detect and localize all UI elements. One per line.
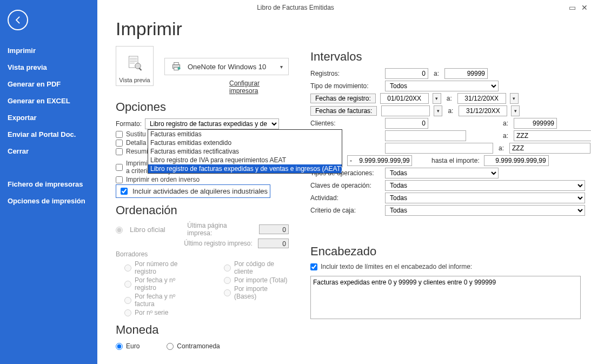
a-label-3: a: bbox=[447, 107, 454, 115]
a-label-4: a: bbox=[502, 120, 509, 127]
a-label-6: a: bbox=[497, 144, 505, 152]
radio-importe-bases[interactable] bbox=[224, 289, 231, 296]
claves-op-select[interactable]: Todas bbox=[385, 180, 585, 191]
sidebar-item-opciones-impresion[interactable]: Opciones de impresión bbox=[0, 193, 97, 209]
criterio-select[interactable]: Todas bbox=[385, 205, 585, 216]
encabezado-heading: Encabezado bbox=[310, 244, 591, 259]
arrow-left-icon bbox=[12, 15, 23, 25]
format-option-0[interactable]: Facturas emitidas bbox=[148, 130, 342, 138]
a-label-2: a: bbox=[446, 95, 453, 102]
registros-from[interactable] bbox=[385, 68, 428, 79]
radio-codigo-cliente-label: Por código de cliente bbox=[234, 260, 289, 275]
tipo-mov-select[interactable]: Todos bbox=[385, 81, 499, 91]
sidebar-item-generar-excel[interactable]: Generar en EXCEL bbox=[0, 92, 97, 109]
opciones-heading: Opciones bbox=[116, 100, 289, 114]
radio-num-serie-label: Por nº serie bbox=[135, 309, 168, 316]
nif-to[interactable] bbox=[514, 130, 591, 141]
fecha-fac-from[interactable] bbox=[381, 105, 430, 116]
printer-select[interactable]: OneNote for Windows 10 ▾ bbox=[164, 58, 289, 75]
fechas-registro-button[interactable]: Fechas de registro: bbox=[310, 94, 376, 103]
radio-contramoneda-label: Contramoneda bbox=[177, 342, 220, 350]
hasta-importe-label: hasta el importe: bbox=[431, 157, 480, 164]
chevron-down-icon: ▾ bbox=[280, 64, 283, 70]
format-option-1[interactable]: Facturas emitidas extendido bbox=[148, 138, 342, 147]
svg-rect-8 bbox=[174, 63, 178, 65]
fecha-reg-to[interactable] bbox=[457, 93, 506, 104]
format-option-3[interactable]: Libro registro de IVA para requerimiento… bbox=[148, 156, 342, 164]
tipos-op-select[interactable]: Todas bbox=[385, 168, 499, 178]
radio-importe-total-label: Por importe (Total) bbox=[234, 276, 288, 284]
ultimo-registro-label: Último registro impreso: bbox=[184, 240, 253, 247]
radio-num-serie[interactable] bbox=[124, 309, 131, 316]
radio-fecha-factura[interactable] bbox=[124, 297, 131, 304]
chk-incluir-encabezado-label: Incluir texto de límites en el encabezad… bbox=[321, 263, 472, 270]
encabezado-textarea[interactable]: Facturas expedidas entre 0 y 99999 y cli… bbox=[310, 276, 581, 319]
sidebar-item-vista-previa[interactable]: Vista previa bbox=[0, 59, 97, 76]
radio-importe-total[interactable] bbox=[224, 277, 231, 284]
radio-libro-oficial[interactable] bbox=[116, 227, 123, 234]
chk-resumir-label: Resumi bbox=[126, 148, 148, 155]
radio-num-registro[interactable] bbox=[124, 264, 131, 272]
configure-printer-link[interactable]: Configurar impresora bbox=[229, 80, 289, 95]
registros-to[interactable] bbox=[444, 68, 488, 79]
svg-rect-3 bbox=[130, 61, 137, 62]
ordenacion-heading: Ordenación bbox=[116, 203, 289, 217]
svg-rect-4 bbox=[130, 63, 135, 64]
sidebar-item-exportar[interactable]: Exportar bbox=[0, 109, 97, 126]
date2-from-picker[interactable]: ▾ bbox=[434, 105, 442, 116]
chk-alquileres[interactable] bbox=[121, 188, 128, 195]
radio-contramoneda[interactable] bbox=[167, 343, 174, 350]
a-label-5: a: bbox=[502, 132, 509, 140]
chk-incluir-encabezado[interactable] bbox=[310, 263, 317, 270]
registros-label: Registros: bbox=[310, 70, 381, 77]
nif2-from[interactable] bbox=[385, 143, 493, 154]
chk-resumir[interactable] bbox=[116, 148, 123, 155]
desde-importe[interactable] bbox=[347, 155, 412, 166]
sidebar-item-imprimir[interactable]: Imprimir bbox=[0, 42, 97, 59]
chk-alquileres-label: Incluir actividades de alquileres indust… bbox=[132, 187, 268, 195]
clientes-to[interactable] bbox=[514, 118, 557, 129]
date-to-picker[interactable]: ▾ bbox=[510, 93, 519, 104]
date2-to-picker[interactable]: ▾ bbox=[511, 105, 520, 116]
libro-oficial-label: Libro oficial bbox=[130, 226, 182, 234]
borradores-label: Borradores bbox=[116, 250, 289, 258]
intervalos-heading: Intervalos bbox=[310, 50, 591, 64]
sidebar-item-enviar-portal[interactable]: Enviar al Portal Doc. bbox=[0, 126, 97, 143]
svg-rect-2 bbox=[130, 59, 137, 61]
format-select[interactable]: Libro registro de facturas expedidas y d… bbox=[145, 118, 279, 129]
clientes-label: Clientes: bbox=[310, 120, 381, 127]
hasta-importe[interactable] bbox=[484, 155, 549, 166]
fecha-fac-to[interactable] bbox=[459, 105, 507, 116]
fecha-reg-from[interactable] bbox=[380, 93, 429, 104]
a-label-1: a: bbox=[433, 70, 440, 77]
radio-euro[interactable] bbox=[116, 343, 123, 350]
chk-detallar-label: Detalla bbox=[126, 139, 146, 147]
moneda-heading: Moneda bbox=[116, 323, 289, 337]
preview-icon bbox=[125, 54, 144, 75]
radio-num-registro-label: Por número de registro bbox=[135, 260, 195, 275]
sidebar-item-generar-pdf[interactable]: Generar en PDF bbox=[0, 76, 97, 92]
sidebar-item-fichero-impresoras[interactable]: Fichero de impresoras bbox=[0, 176, 97, 193]
nif-from[interactable] bbox=[385, 130, 466, 141]
format-dropdown-list[interactable]: Facturas emitidas Facturas emitidas exte… bbox=[148, 129, 342, 174]
actividad-label: Actividad: bbox=[310, 194, 381, 202]
nif2-to[interactable] bbox=[509, 143, 590, 154]
chk-sustituir[interactable] bbox=[116, 131, 123, 138]
radio-fecha-registro[interactable] bbox=[124, 281, 131, 288]
chk-detallar[interactable] bbox=[116, 140, 123, 147]
clientes-from[interactable] bbox=[385, 118, 428, 129]
fechas-facturas-button[interactable]: Fechas de facturas: bbox=[310, 106, 377, 116]
format-option-4[interactable]: Libro registro de facturas expedidas y d… bbox=[148, 164, 342, 173]
sidebar-item-cerrar[interactable]: Cerrar bbox=[0, 143, 97, 160]
printer-icon bbox=[170, 61, 182, 72]
date-from-picker[interactable]: ▾ bbox=[433, 93, 441, 104]
svg-point-10 bbox=[178, 67, 181, 70]
preview-button[interactable]: Vista previa bbox=[116, 46, 154, 86]
format-option-2[interactable]: Facturas emitidas rectificativas bbox=[148, 147, 342, 156]
radio-codigo-cliente[interactable] bbox=[224, 264, 231, 272]
chk-sustituir-label: Sustitu bbox=[126, 130, 146, 138]
chk-cobro[interactable] bbox=[116, 164, 123, 171]
chk-inverso[interactable] bbox=[116, 176, 123, 183]
actividad-select[interactable]: Todas bbox=[385, 193, 585, 203]
format-label: Formato: bbox=[116, 120, 142, 128]
